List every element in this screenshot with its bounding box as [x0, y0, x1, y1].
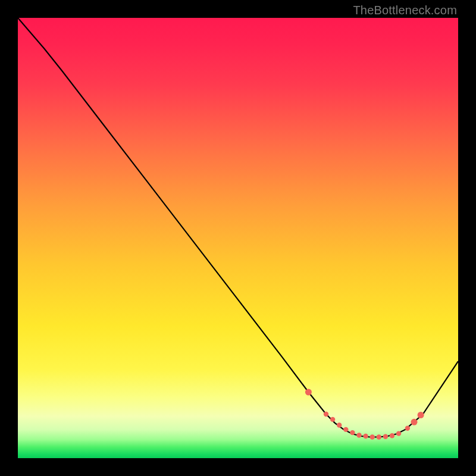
marker-dot: [383, 434, 388, 439]
watermark-text: TheBottleneck.com: [353, 4, 457, 17]
marker-dot: [370, 434, 375, 439]
marker-dot: [411, 419, 418, 425]
marker-dot: [324, 412, 328, 416]
marker-dot: [330, 417, 335, 422]
chart-curve: [18, 18, 458, 458]
marker-dot: [337, 422, 342, 427]
marker-dot: [377, 434, 381, 439]
marker-dot: [418, 412, 424, 418]
marker-dot: [305, 389, 312, 396]
marker-group: [305, 389, 424, 440]
marker-dot: [350, 430, 355, 435]
chart-frame: TheBottleneck.com: [0, 0, 476, 476]
marker-dot: [405, 426, 410, 431]
plot-area: [18, 18, 458, 458]
line-series: [18, 18, 458, 437]
marker-dot: [356, 433, 361, 437]
marker-dot: [363, 434, 368, 439]
marker-dot: [396, 431, 401, 436]
marker-dot: [343, 427, 348, 432]
marker-dot: [390, 433, 394, 438]
